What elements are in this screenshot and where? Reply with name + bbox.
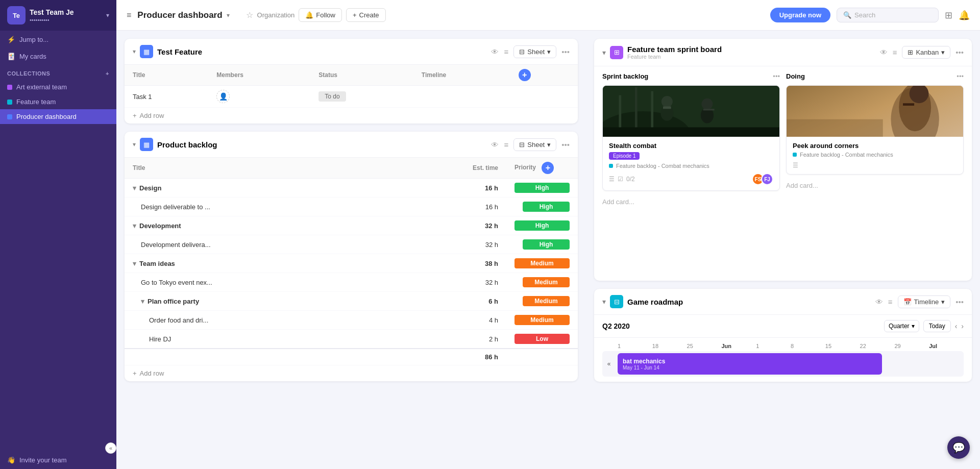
- topbar-star-icon[interactable]: ☆: [246, 10, 253, 20]
- test-feature-more-icon[interactable]: •••: [561, 47, 570, 56]
- quarter-select-label: Quarter: [889, 323, 910, 330]
- svg-rect-7: [663, 107, 671, 109]
- sheet-label: Sheet: [527, 48, 545, 56]
- notification-icon[interactable]: 🔔: [959, 10, 970, 21]
- topbar-chevron-icon[interactable]: ▾: [227, 12, 230, 19]
- sidebar-item-feature-team[interactable]: Feature team: [0, 94, 116, 109]
- game-roadmap-title: Game roadmap: [627, 298, 871, 306]
- create-button[interactable]: + Create: [346, 8, 386, 22]
- kanban-col-sprint-backlog: Sprint backlog •••: [602, 72, 780, 275]
- member-avatar-placeholder[interactable]: 👤: [216, 90, 230, 103]
- quarter-select-chevron: ▾: [912, 323, 915, 330]
- peek-combat-mechanics-label: Feature backlog - Combat mechanics: [793, 152, 957, 158]
- hire-dj-est: 2 h: [351, 330, 506, 349]
- search-box[interactable]: 🔍 Search: [837, 8, 939, 22]
- cards-icon: 🃏: [7, 53, 15, 60]
- total-est: 86 h: [351, 349, 506, 365]
- total-label: [125, 349, 351, 365]
- sidebar-team-avatar: Te: [7, 6, 26, 24]
- upgrade-button[interactable]: Upgrade now: [770, 8, 830, 22]
- topbar-right: Upgrade now 🔍 Search ⊞ 🔔: [770, 8, 970, 22]
- sprint-backlog-more-icon[interactable]: •••: [773, 72, 780, 80]
- my-cards-item[interactable]: 🃏 My cards: [0, 48, 116, 64]
- timeline-prev-icon[interactable]: ‹: [955, 322, 958, 330]
- bell-icon: 🔔: [305, 11, 313, 19]
- timeline-view-button[interactable]: 📅 Timeline ▾: [898, 295, 951, 308]
- pb-sheet-label: Sheet: [527, 141, 545, 149]
- timeline-bar-label: bat mechanics: [623, 358, 877, 365]
- product-backlog-board: ▾ ▦ Product backlog 👁 ≡ ⊟ Sheet ▾ •••: [125, 132, 578, 381]
- hamburger-icon[interactable]: ≡: [127, 11, 131, 20]
- peek-footer-icons: ☰: [793, 162, 957, 169]
- kanban-view-button[interactable]: ⊞ Kanban ▾: [902, 46, 950, 59]
- tokyo-event-est: 32 h: [351, 273, 506, 292]
- pb-add-column-button[interactable]: +: [542, 162, 554, 174]
- test-feature-filter-icon[interactable]: ≡: [504, 47, 508, 56]
- col-title: Title: [125, 65, 208, 86]
- feature-sprint-header: ▾ ⊞ Feature team sprint board Feature te…: [594, 39, 972, 66]
- test-feature-title: Test Feature: [157, 47, 487, 56]
- timeline-view-chevron: ▾: [941, 298, 945, 306]
- timeline-next-icon[interactable]: ›: [961, 322, 964, 330]
- collections-add-icon[interactable]: +: [106, 70, 109, 77]
- table-row: Go to Tokyo event nex... 32 h Medium: [125, 273, 578, 292]
- follow-button[interactable]: 🔔 Follow: [299, 8, 342, 22]
- card-avatars: FS FJ: [752, 173, 773, 185]
- sidebar-item-producer-label: Producer dashboard: [16, 113, 77, 120]
- product-backlog-add-row[interactable]: + Add row: [125, 365, 578, 381]
- test-feature-sheet-button[interactable]: ⊟ Sheet ▾: [513, 45, 556, 58]
- kanban-title-area: Feature team sprint board Feature team: [627, 45, 876, 60]
- kanban-eye-icon[interactable]: 👁: [880, 48, 888, 57]
- timeline-bar-collapse[interactable]: «: [602, 351, 616, 377]
- kanban-filter-icon[interactable]: ≡: [893, 48, 897, 57]
- invite-team-label: Invite your team: [19, 456, 67, 464]
- sidebar-header[interactable]: Te Test Team Je •••••••••• ▾: [0, 0, 116, 31]
- product-backlog-collapse-icon[interactable]: ▾: [133, 141, 136, 148]
- doing-more-icon[interactable]: •••: [957, 72, 964, 80]
- sidebar-collapse-button[interactable]: «: [105, 442, 116, 454]
- kanban-card-peek-around-corners[interactable]: Peek around corners Feature backlog - Co…: [786, 85, 964, 175]
- topbar-left: ≡ Producer dashboard ▾ ☆ Organization 🔔 …: [127, 8, 770, 22]
- test-feature-eye-icon[interactable]: 👁: [491, 47, 499, 56]
- product-backlog-more-icon[interactable]: •••: [561, 140, 570, 149]
- hand-icon: 👋: [7, 456, 15, 464]
- right-panel: ▾ ⊞ Feature team sprint board Feature te…: [586, 31, 980, 469]
- task-timeline-cell: [413, 86, 510, 108]
- peek-around-corners-image: [787, 86, 963, 137]
- sidebar-item-art-external-team[interactable]: Art external team: [0, 80, 116, 94]
- roadmap-more-icon[interactable]: •••: [955, 298, 964, 306]
- today-button[interactable]: Today: [923, 320, 951, 332]
- topbar-org-label[interactable]: Organization: [257, 11, 295, 19]
- product-backlog-eye-icon[interactable]: 👁: [491, 140, 499, 149]
- sheet-chevron-icon: ▾: [547, 48, 551, 56]
- kanban-more-icon[interactable]: •••: [955, 48, 964, 57]
- product-backlog-filter-icon[interactable]: ≡: [504, 140, 508, 149]
- test-feature-add-row[interactable]: + Add row: [125, 108, 578, 124]
- pb-sheet-table-icon: ⊟: [519, 141, 525, 149]
- quarter-select[interactable]: Quarter ▾: [884, 320, 919, 332]
- doing-add-card[interactable]: Add card...: [786, 180, 964, 191]
- timeline-jul-label: Jul: [929, 343, 964, 349]
- col-add[interactable]: +: [510, 65, 578, 86]
- timeline-month-label: 1: [618, 343, 652, 349]
- chat-bubble-button[interactable]: 💬: [947, 436, 970, 459]
- hire-dj-title: Hire DJ: [125, 330, 351, 349]
- group-design-title: ▾Design: [125, 179, 351, 198]
- game-roadmap-collapse-icon[interactable]: ▾: [602, 298, 606, 306]
- test-feature-collapse-icon[interactable]: ▾: [133, 48, 136, 55]
- chevron-down-icon: ▾: [106, 12, 109, 19]
- product-backlog-sheet-button[interactable]: ⊟ Sheet ▾: [513, 138, 556, 151]
- jump-to-button[interactable]: ⚡ Jump to...: [0, 31, 116, 48]
- roadmap-eye-icon[interactable]: 👁: [875, 298, 883, 306]
- right-panel-collapse-icon[interactable]: ▾: [602, 48, 606, 57]
- kanban-card-stealth-combat[interactable]: Stealth combat Episode 1 Feature backlog…: [602, 85, 780, 191]
- grid-icon[interactable]: ⊞: [945, 10, 952, 21]
- timeline-month-label: 15: [825, 343, 860, 349]
- kanban-view-icon: ⊞: [908, 48, 913, 56]
- sprint-backlog-add-card[interactable]: Add card...: [602, 196, 780, 208]
- sidebar-team-sub: ••••••••••: [30, 17, 102, 23]
- roadmap-filter-icon[interactable]: ≡: [888, 298, 893, 306]
- invite-team-button[interactable]: 👋 Invite your team: [7, 456, 67, 464]
- add-column-button[interactable]: +: [519, 69, 531, 81]
- sidebar-item-producer-dashboard[interactable]: Producer dashboard: [0, 109, 116, 124]
